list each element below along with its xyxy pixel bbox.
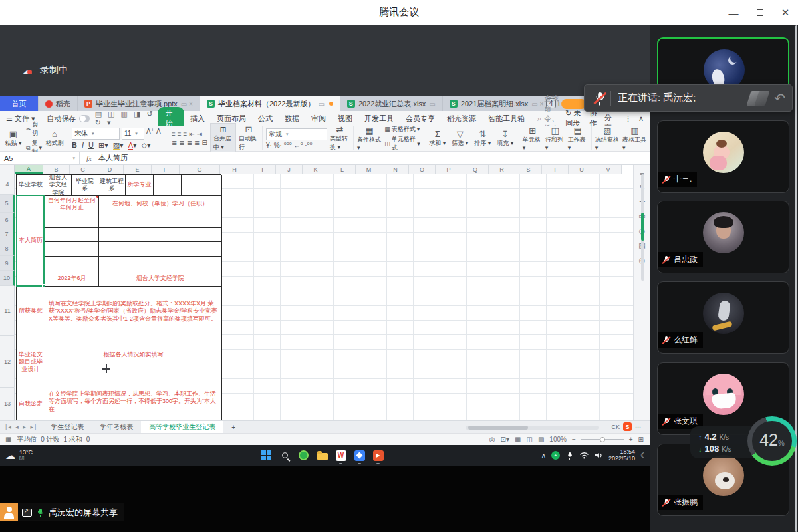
cell-e4[interactable]: 所学专业 bbox=[126, 175, 154, 196]
tray-chevron-icon[interactable]: ∧ bbox=[541, 452, 546, 459]
paste-button[interactable]: ▣粘贴 ▾ bbox=[3, 130, 23, 148]
row-headers[interactable]: 4 5 6 7 8 9 10 11 12 13 bbox=[0, 165, 15, 420]
zoom-level[interactable]: 100% bbox=[549, 436, 567, 443]
participant-tile[interactable]: 么红鲜 bbox=[657, 281, 789, 354]
tray-mic-icon[interactable] bbox=[566, 452, 573, 460]
cell-d4[interactable]: 建筑工程系 bbox=[98, 175, 126, 196]
sum-button[interactable]: Σ求和 ▾ bbox=[428, 130, 448, 148]
number-format-icons[interactable]: ¥· %· ⁰⁰⁰ ←⁰ ·⁰⁰ bbox=[266, 142, 327, 149]
shrink-font-icon[interactable]: A⁻ bbox=[156, 128, 164, 140]
sogou-icon[interactable]: S bbox=[623, 422, 632, 431]
cell-d6[interactable] bbox=[99, 213, 222, 228]
start-button[interactable] bbox=[261, 450, 272, 461]
menu-docer-res[interactable]: 稻壳资源 bbox=[441, 114, 482, 124]
tab-docer[interactable]: 稻壳 bbox=[39, 96, 78, 111]
cells-button[interactable]: ⊞单元格 ▾ bbox=[523, 126, 543, 151]
tab-active-doc[interactable]: S毕业档案材料（2022最新版）▭ bbox=[200, 96, 340, 111]
cell-b6[interactable] bbox=[45, 213, 99, 228]
cell-d7[interactable] bbox=[99, 228, 222, 242]
fill-color-button[interactable]: ▨▾ bbox=[113, 141, 124, 150]
night-mode-icon[interactable]: ☾ bbox=[640, 452, 646, 459]
cell-style-button[interactable]: ◫ 单元格样式 ▾ bbox=[384, 135, 420, 152]
cell-b13-merged[interactable]: 在文经学院上学期间表现情况，从思想、学习、本职工作、生活等方面填写，每个方面另起… bbox=[45, 388, 222, 420]
more-icon[interactable]: ⋮ bbox=[624, 114, 632, 123]
sheet-nav-arrows[interactable]: |◂ ◂ ▸ ▸| bbox=[0, 424, 43, 430]
file-explorer-icon[interactable] bbox=[317, 450, 328, 461]
cut-button[interactable]: ✂ 剪切 bbox=[26, 120, 42, 138]
italic-button[interactable]: I bbox=[82, 141, 84, 149]
menu-dev-tools[interactable]: 开发工具 bbox=[358, 114, 400, 124]
h-scrollbar[interactable] bbox=[466, 426, 598, 430]
cell-b5-merged[interactable]: 自何年何月起至何年何月止 bbox=[45, 196, 99, 213]
zoom-in-button[interactable]: + bbox=[629, 436, 633, 443]
sheet-tab-2[interactable]: 学年考核表 bbox=[92, 421, 141, 433]
name-box[interactable]: A5▾ bbox=[0, 152, 80, 164]
formula-value[interactable]: 本人简历 bbox=[98, 153, 128, 163]
taskbar-clock[interactable]: 18:54 2022/5/10 bbox=[608, 449, 635, 462]
grow-font-icon[interactable]: A⁺ bbox=[146, 128, 154, 140]
menu-toolbox[interactable]: 智能工具箱 bbox=[482, 114, 531, 124]
collapse-ribbon-icon[interactable]: ∧ bbox=[638, 114, 644, 123]
font-color-button[interactable]: A▾ bbox=[128, 141, 137, 150]
status-selection-icon[interactable]: ▦ bbox=[5, 436, 11, 443]
cell-a5-merged[interactable]: 本人简历 bbox=[17, 196, 45, 287]
format-painter-button[interactable]: ⌂格式刷 bbox=[45, 130, 65, 148]
view-pagebreak-icon[interactable]: ◫ bbox=[526, 436, 532, 443]
cell-a4[interactable]: 毕业学校 bbox=[17, 175, 45, 196]
powerpoint-icon[interactable]: ▶ bbox=[372, 450, 384, 461]
conditional-format-button[interactable]: ▦条件格式 ▾ bbox=[357, 126, 382, 151]
column-headers[interactable]: AB CD EF GH IJ KL MN OP QR ST UV bbox=[15, 165, 622, 174]
back-arrow-icon[interactable]: ↶ bbox=[774, 92, 785, 105]
align-top-row[interactable]: ≡≡≡⇤⇥ bbox=[172, 130, 207, 138]
photos-icon[interactable] bbox=[354, 450, 365, 461]
sidebar-scrollbar[interactable] bbox=[795, 25, 797, 532]
taskbar-weather[interactable]: ☁ 13°C 阴 bbox=[0, 450, 33, 462]
underline-button[interactable]: U bbox=[88, 141, 94, 149]
tab-home[interactable]: 首页 bbox=[0, 96, 39, 111]
fullscreen-icon[interactable]: ⊞ bbox=[638, 436, 644, 443]
cell-d8[interactable] bbox=[99, 242, 222, 257]
menu-data[interactable]: 数据 bbox=[279, 114, 305, 124]
table-tools-button[interactable]: ▥表格工具 ▾ bbox=[622, 126, 647, 151]
worksheet-button[interactable]: ▤工作表 ▾ bbox=[568, 126, 588, 151]
cell-c4[interactable]: 毕业院系 bbox=[72, 175, 98, 196]
tray-antivirus-icon[interactable]: + bbox=[551, 451, 560, 460]
clear-format-button[interactable]: ◇▾ bbox=[142, 141, 151, 150]
cell-a13[interactable]: 自我鉴定 bbox=[17, 388, 45, 420]
registration-table[interactable]: 毕业学校 烟台大学文经学院 毕业院系 建筑工程系 所学专业 本人简历 自何年何月… bbox=[16, 174, 221, 420]
cell-g4[interactable] bbox=[182, 175, 222, 196]
cell-b10-merged[interactable]: 2022年6月 bbox=[45, 271, 99, 287]
cell-b12-merged[interactable]: 根据各人情况如实填写 bbox=[45, 336, 222, 388]
align-bottom-row[interactable]: ≣≣≣≣⊟ bbox=[172, 139, 207, 146]
font-family-select[interactable]: 宋体▾ bbox=[72, 128, 120, 140]
fx-icon[interactable]: fx bbox=[80, 154, 98, 162]
participant-tile[interactable]: 吕忠政 bbox=[657, 201, 789, 273]
cell-b11-merged[interactable]: 填写在文经学院上学期间的奖励或处分。格式：XXXX年X月 荣获“XXXX”称号/… bbox=[45, 287, 222, 336]
cell-b7[interactable] bbox=[45, 228, 99, 242]
menu-view[interactable]: 视图 bbox=[332, 114, 358, 124]
freeze-panes-button[interactable]: ▧冻结窗格 ▾ bbox=[595, 126, 620, 151]
sheet-grid[interactable]: AB CD EF GH IJ KL MN OP QR ST UV 4 5 6 7 bbox=[0, 165, 650, 420]
cell-d5-merged[interactable]: 在何地、何校（单位）学习（任职） bbox=[99, 196, 222, 213]
wifi-icon[interactable] bbox=[579, 452, 589, 459]
browser-icon[interactable] bbox=[298, 450, 309, 461]
filter-button[interactable]: ▽筛选 ▾ bbox=[450, 130, 470, 148]
participant-tile[interactable]: 十三. bbox=[657, 120, 789, 193]
font-size-select[interactable]: 11▾ bbox=[122, 128, 144, 140]
cell-d10-merged[interactable]: 烟台大学文经学院 bbox=[99, 271, 222, 287]
cell-b4[interactable]: 烟台大学文经学院 bbox=[45, 175, 72, 196]
rows-cols-button[interactable]: ◫行和列 ▾ bbox=[545, 126, 565, 151]
recording-indicator[interactable]: ☁ 录制中 bbox=[23, 64, 68, 77]
minimize-button[interactable]: — bbox=[726, 5, 741, 20]
performance-gauge[interactable]: 42 % bbox=[747, 416, 797, 466]
menu-review[interactable]: 审阅 bbox=[305, 114, 332, 124]
view-normal-icon[interactable]: ▦ bbox=[515, 436, 521, 443]
number-format-select[interactable]: 常规▾ bbox=[266, 128, 327, 140]
bold-button[interactable]: B bbox=[72, 141, 77, 149]
v-scrollbar-thumb[interactable] bbox=[641, 213, 644, 241]
center-view-icon[interactable]: ⊡▾ bbox=[501, 436, 509, 443]
quick-access-icons[interactable]: ▤ ◫ ▥ ◨ ↺ ↻ ▾ bbox=[92, 110, 158, 127]
close-button[interactable]: ✕ bbox=[778, 5, 793, 20]
fill-button[interactable]: ↧填充 ▾ bbox=[495, 130, 515, 148]
autosave-toggle[interactable] bbox=[79, 115, 90, 122]
